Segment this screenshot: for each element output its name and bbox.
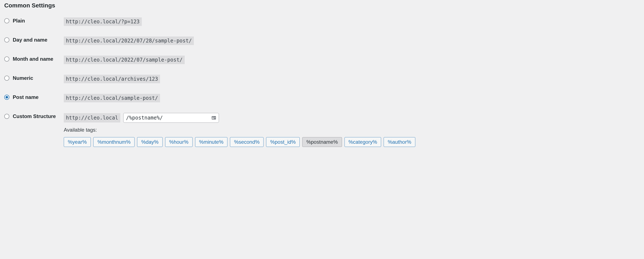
tag-hour[interactable]: %hour% xyxy=(165,137,192,147)
label-day-name: Day and name xyxy=(13,37,48,43)
sample-month-name: http://cleo.local/2022/07/sample-post/ xyxy=(64,56,185,64)
label-month-name: Month and name xyxy=(13,56,53,62)
sample-post-name: http://cleo.local/sample-post/ xyxy=(64,94,160,102)
permalink-settings-table: Plain http://cleo.local/?p=123 Day and n… xyxy=(4,17,640,147)
label-plain: Plain xyxy=(13,18,25,24)
sample-numeric: http://cleo.local/archives/123 xyxy=(64,75,160,83)
option-row-plain: Plain http://cleo.local/?p=123 xyxy=(4,17,640,26)
sample-day-name: http://cleo.local/2022/07/28/sample-post… xyxy=(64,36,194,45)
radio-numeric[interactable] xyxy=(4,76,9,81)
tag-category[interactable]: %category% xyxy=(344,137,381,147)
option-row-month-name: Month and name http://cleo.local/2022/07… xyxy=(4,56,640,64)
tags-list: %year% %monthnum% %day% %hour% %minute% … xyxy=(64,137,640,147)
option-row-custom: Custom Structure http://cleo.local Avail… xyxy=(4,113,640,147)
label-custom: Custom Structure xyxy=(13,113,56,119)
sample-plain: http://cleo.local/?p=123 xyxy=(64,17,142,26)
tag-author[interactable]: %author% xyxy=(384,137,415,147)
radio-custom[interactable] xyxy=(4,114,9,119)
tag-minute[interactable]: %minute% xyxy=(195,137,228,147)
tag-day[interactable]: %day% xyxy=(137,137,162,147)
tag-second[interactable]: %second% xyxy=(230,137,264,147)
tag-year[interactable]: %year% xyxy=(64,137,91,147)
option-row-numeric: Numeric http://cleo.local/archives/123 xyxy=(4,75,640,83)
option-row-post-name: Post name http://cleo.local/sample-post/ xyxy=(4,94,640,102)
tag-post-id[interactable]: %post_id% xyxy=(266,137,300,147)
radio-post-name[interactable] xyxy=(4,95,9,100)
option-row-day-name: Day and name http://cleo.local/2022/07/2… xyxy=(4,36,640,45)
label-post-name: Post name xyxy=(13,94,38,100)
label-numeric: Numeric xyxy=(13,75,33,81)
custom-prefix: http://cleo.local xyxy=(64,113,120,122)
radio-day-name[interactable] xyxy=(4,37,9,42)
custom-structure-input[interactable] xyxy=(123,113,219,123)
radio-plain[interactable] xyxy=(4,18,9,23)
tag-postname[interactable]: %postname% xyxy=(302,137,342,147)
section-heading: Common Settings xyxy=(4,2,640,9)
radio-month-name[interactable] xyxy=(4,56,9,61)
tag-monthnum[interactable]: %monthnum% xyxy=(93,137,134,147)
available-tags-label: Available tags: xyxy=(64,127,640,133)
